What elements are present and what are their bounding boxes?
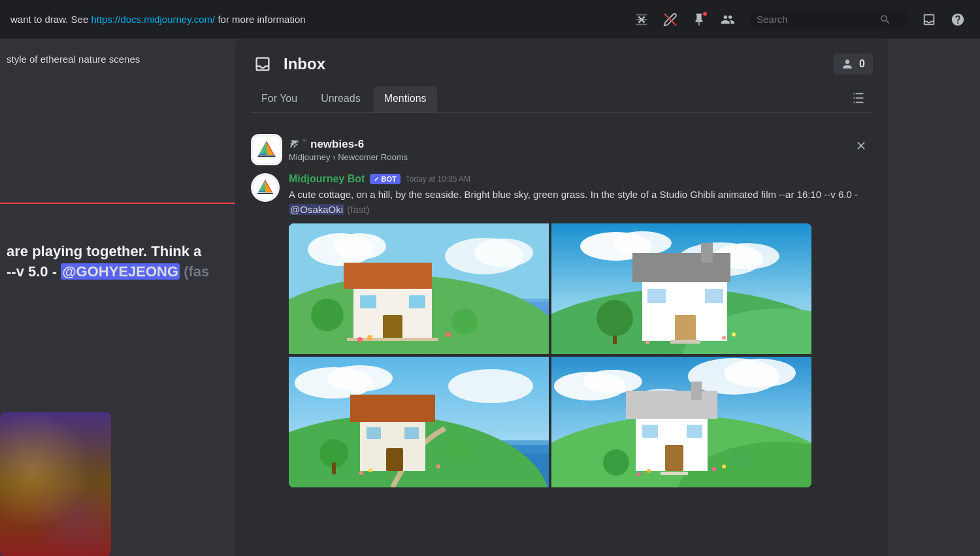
svg-point-48: [596, 300, 633, 336]
svg-rect-45: [705, 289, 723, 303]
speed-indicator: (fast): [347, 204, 369, 215]
help-icon[interactable]: [946, 8, 970, 31]
channel-path: Midjourney › Newcomer Rooms: [289, 152, 408, 162]
svg-rect-24: [383, 315, 402, 341]
search-bar[interactable]: [750, 11, 907, 28]
pin-icon[interactable]: [687, 8, 711, 31]
message-time: Today at 10:35 AM: [406, 174, 470, 184]
inbox-item: newbies-6 Midjourney › Newcomer Rooms: [235, 123, 889, 498]
message-avatar: [251, 173, 280, 202]
inbox-header: Inbox 0 For You Unreads Mentions: [235, 39, 889, 113]
members-icon[interactable]: [716, 8, 740, 31]
svg-point-18: [474, 238, 533, 267]
svg-point-31: [367, 335, 372, 340]
inbox-item-header: newbies-6 Midjourney › Newcomer Rooms: [251, 134, 873, 165]
inbox-panel: Inbox 0 For You Unreads Mentions: [235, 39, 889, 556]
bg-username: @GOHYEJEONG: [61, 263, 180, 280]
svg-rect-61: [386, 448, 403, 471]
svg-marker-23: [344, 263, 432, 289]
background-left: style of ethereal nature scenes are play…: [0, 39, 235, 556]
svg-point-89: [730, 448, 751, 468]
inbox-tabs: For You Unreads Mentions: [251, 86, 873, 113]
tab-for-you[interactable]: For You: [251, 86, 308, 112]
svg-point-88: [603, 450, 629, 476]
svg-rect-5: [257, 155, 275, 157]
svg-point-67: [359, 471, 363, 475]
red-divider: [0, 203, 235, 204]
svg-rect-80: [691, 382, 702, 400]
svg-point-51: [732, 333, 736, 336]
svg-rect-83: [687, 425, 702, 438]
background-image: [0, 412, 111, 556]
top-bar: want to draw. See https://docs.midjourne…: [0, 0, 980, 39]
svg-line-0: [664, 13, 676, 25]
svg-rect-43: [675, 315, 696, 341]
svg-point-29: [451, 308, 478, 335]
svg-point-68: [368, 468, 372, 472]
inbox-title: Inbox: [251, 52, 325, 76]
svg-rect-65: [332, 463, 336, 474]
svg-point-69: [436, 465, 440, 468]
channel-info: newbies-6 Midjourney › Newcomer Rooms: [289, 137, 408, 162]
close-button[interactable]: [849, 134, 873, 157]
inbox-count: 0: [859, 58, 865, 70]
announcement-link[interactable]: https://docs.midjourney.com/: [91, 14, 215, 25]
server-avatar: [251, 134, 282, 165]
svg-point-35: [613, 231, 672, 255]
svg-point-32: [446, 332, 451, 337]
svg-point-85: [647, 469, 651, 473]
svg-point-49: [645, 340, 649, 344]
svg-point-72: [583, 370, 642, 393]
right-side: [889, 39, 980, 556]
inbox-content: newbies-6 Midjourney › Newcomer Rooms: [235, 113, 889, 556]
svg-rect-63: [404, 427, 419, 439]
grid-image-3: [289, 357, 549, 487]
message-body: Midjourney Bot ✓ BOT Today at 10:35 AM A…: [289, 173, 873, 487]
notification-dot: [702, 10, 708, 17]
svg-rect-81: [665, 445, 683, 471]
svg-rect-62: [367, 427, 381, 439]
channel-info-row: newbies-6 Midjourney › Newcomer Rooms: [251, 134, 408, 165]
svg-rect-42: [701, 243, 713, 263]
message: Midjourney Bot ✓ BOT Today at 10:35 AM A…: [251, 173, 873, 487]
svg-point-74: [724, 359, 796, 387]
tab-unreads[interactable]: Unreads: [310, 86, 370, 112]
search-icon: [879, 14, 891, 25]
search-input[interactable]: [757, 14, 874, 25]
bot-name: Midjourney Bot: [289, 173, 365, 185]
svg-point-54: [327, 365, 393, 391]
svg-rect-26: [409, 295, 425, 308]
svg-rect-25: [360, 295, 376, 308]
grid-image-2: [551, 223, 811, 354]
image-grid: [289, 223, 811, 487]
mention-tag: @OsakaOki: [289, 204, 344, 215]
svg-marker-41: [632, 253, 730, 282]
message-text: A cute cottage, on a hill, by the seasid…: [289, 188, 873, 217]
svg-point-30: [357, 337, 363, 342]
inbox-label: Inbox: [284, 55, 325, 73]
svg-point-86: [712, 467, 716, 471]
svg-point-28: [311, 299, 344, 331]
slash-icon[interactable]: [630, 8, 653, 31]
tabs-left: For You Unreads Mentions: [251, 86, 437, 112]
svg-marker-79: [626, 391, 717, 419]
svg-point-50: [722, 336, 726, 340]
bg-text-playing: are playing together. Think a --v 5.0 - …: [0, 242, 235, 282]
tab-mentions[interactable]: Mentions: [374, 86, 437, 112]
message-meta: Midjourney Bot ✓ BOT Today at 10:35 AM: [289, 173, 873, 185]
svg-rect-90: [661, 472, 688, 475]
svg-point-87: [722, 465, 726, 468]
pencil-icon[interactable]: [659, 8, 682, 31]
filter-button[interactable]: [847, 86, 870, 110]
svg-rect-44: [647, 289, 666, 303]
grid-image-1: [289, 223, 549, 354]
svg-rect-82: [642, 425, 658, 438]
svg-point-55: [448, 369, 533, 403]
svg-marker-60: [350, 395, 435, 422]
inbox-count-button[interactable]: 0: [833, 54, 873, 74]
channel-name: newbies-6: [289, 137, 408, 151]
bot-badge: ✓ BOT: [370, 174, 400, 184]
inbox-icon-top[interactable]: [917, 8, 941, 31]
svg-point-84: [637, 472, 641, 476]
inbox-icon: [251, 52, 274, 76]
